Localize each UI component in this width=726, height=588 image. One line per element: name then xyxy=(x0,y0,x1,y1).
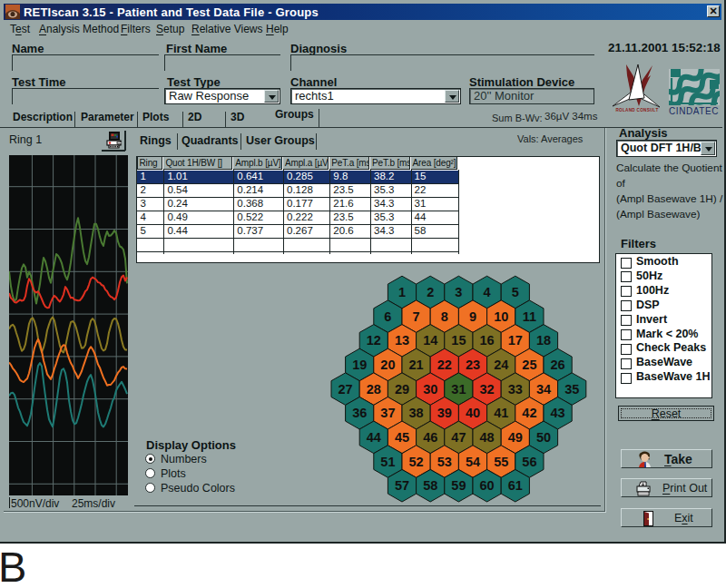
svg-text:25: 25 xyxy=(522,358,536,372)
svg-text:12: 12 xyxy=(367,333,381,348)
svg-text:16: 16 xyxy=(480,333,495,348)
svg-text:1: 1 xyxy=(398,285,406,299)
svg-text:15: 15 xyxy=(451,333,466,348)
svg-text:33: 33 xyxy=(508,382,523,397)
svg-text:44: 44 xyxy=(367,430,381,445)
svg-text:29: 29 xyxy=(395,382,409,397)
svg-text:22: 22 xyxy=(437,358,452,372)
svg-text:41: 41 xyxy=(494,406,508,420)
svg-text:28: 28 xyxy=(367,382,381,397)
svg-text:24: 24 xyxy=(494,358,508,372)
svg-text:11: 11 xyxy=(523,309,536,324)
svg-text:60: 60 xyxy=(480,478,495,493)
svg-text:36: 36 xyxy=(352,406,367,420)
svg-text:34: 34 xyxy=(536,382,551,397)
svg-text:54: 54 xyxy=(466,455,480,469)
svg-text:52: 52 xyxy=(409,455,424,469)
svg-text:23: 23 xyxy=(466,358,480,372)
svg-text:50: 50 xyxy=(536,430,551,445)
svg-text:19: 19 xyxy=(352,358,367,372)
svg-text:10: 10 xyxy=(494,309,508,324)
svg-text:35: 35 xyxy=(564,382,579,397)
svg-text:6: 6 xyxy=(384,309,391,324)
svg-text:13: 13 xyxy=(395,333,409,348)
svg-text:21: 21 xyxy=(409,358,424,372)
svg-text:56: 56 xyxy=(522,455,536,469)
svg-text:49: 49 xyxy=(508,430,523,445)
svg-text:26: 26 xyxy=(551,358,565,372)
svg-text:58: 58 xyxy=(423,478,437,493)
svg-text:20: 20 xyxy=(380,358,395,372)
svg-text:32: 32 xyxy=(480,382,495,397)
svg-text:40: 40 xyxy=(466,406,480,420)
svg-text:8: 8 xyxy=(441,309,448,324)
svg-text:30: 30 xyxy=(423,382,437,397)
svg-text:61: 61 xyxy=(508,478,523,493)
svg-text:39: 39 xyxy=(437,406,452,420)
svg-text:37: 37 xyxy=(380,406,395,420)
svg-text:9: 9 xyxy=(469,309,476,324)
svg-text:42: 42 xyxy=(522,406,536,420)
svg-text:27: 27 xyxy=(338,382,353,397)
svg-text:48: 48 xyxy=(480,430,495,445)
svg-text:38: 38 xyxy=(409,406,424,420)
svg-text:2: 2 xyxy=(427,285,434,299)
svg-text:59: 59 xyxy=(451,478,466,493)
svg-text:45: 45 xyxy=(395,430,409,445)
svg-text:53: 53 xyxy=(437,455,452,469)
svg-text:47: 47 xyxy=(451,430,466,445)
svg-text:46: 46 xyxy=(423,430,437,445)
svg-text:14: 14 xyxy=(423,333,437,348)
svg-text:51: 51 xyxy=(380,455,395,469)
svg-text:7: 7 xyxy=(413,309,420,324)
svg-text:57: 57 xyxy=(395,478,409,493)
svg-text:43: 43 xyxy=(551,406,565,420)
svg-text:17: 17 xyxy=(508,333,523,348)
svg-text:31: 31 xyxy=(451,382,466,397)
svg-text:18: 18 xyxy=(536,333,551,348)
svg-text:3: 3 xyxy=(455,285,462,299)
svg-text:55: 55 xyxy=(494,455,508,469)
svg-text:4: 4 xyxy=(484,285,491,299)
svg-text:5: 5 xyxy=(512,285,519,299)
